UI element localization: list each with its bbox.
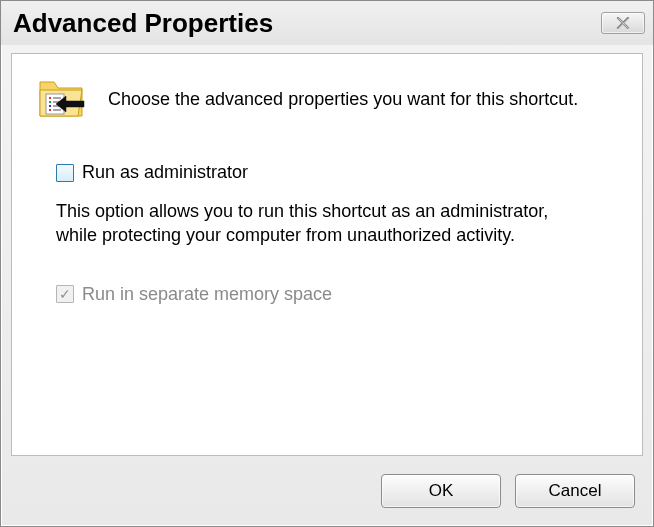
cancel-button[interactable]: Cancel	[515, 474, 635, 508]
check-icon: ✓	[59, 287, 71, 301]
run-as-admin-row[interactable]: Run as administrator	[56, 162, 616, 183]
close-button[interactable]	[601, 12, 645, 34]
run-as-admin-checkbox[interactable]	[56, 164, 74, 182]
titlebar: Advanced Properties	[1, 1, 653, 45]
dialog-title: Advanced Properties	[13, 8, 273, 39]
dialog-window: Advanced Properties	[0, 0, 654, 527]
run-as-admin-label: Run as administrator	[82, 162, 248, 183]
separate-memory-row: ✓ Run in separate memory space	[56, 284, 616, 305]
close-icon	[616, 17, 630, 29]
button-row: OK Cancel	[381, 474, 635, 508]
intro-text: Choose the advanced properties you want …	[108, 89, 578, 110]
ok-button[interactable]: OK	[381, 474, 501, 508]
separate-memory-option: ✓ Run in separate memory space	[56, 284, 616, 305]
intro-row: Choose the advanced properties you want …	[38, 76, 616, 122]
shortcut-properties-icon	[38, 76, 86, 122]
separate-memory-label: Run in separate memory space	[82, 284, 332, 305]
run-as-admin-help: This option allows you to run this short…	[56, 199, 576, 248]
dialog-content: Choose the advanced properties you want …	[11, 53, 643, 456]
run-as-admin-option: Run as administrator This option allows …	[56, 162, 616, 248]
separate-memory-checkbox: ✓	[56, 285, 74, 303]
